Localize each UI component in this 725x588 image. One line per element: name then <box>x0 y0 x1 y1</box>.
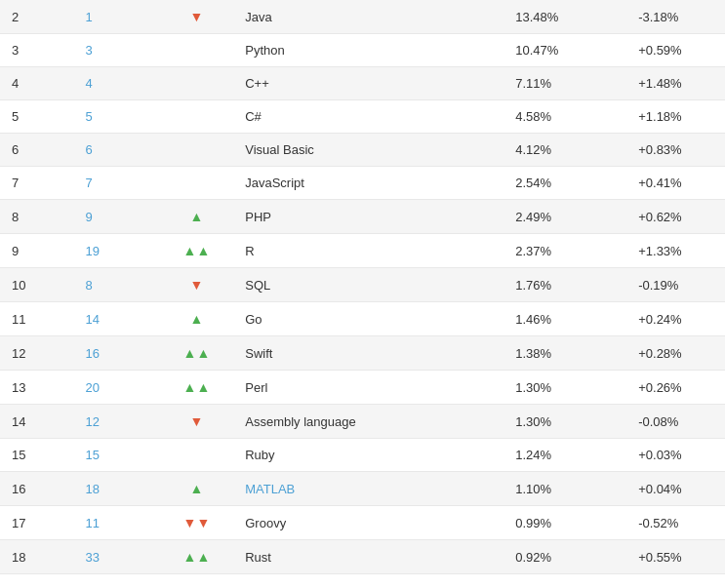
language-name: Assembly language <box>233 405 503 439</box>
table-row: 13 20 ▲▲ Perl 1.30% +0.26% <box>0 371 725 405</box>
previous-rank: 1 <box>74 0 160 34</box>
language-name: SQL <box>233 268 503 302</box>
previous-rank: 9 <box>74 200 160 234</box>
diff-value: +0.59% <box>626 34 725 67</box>
previous-rank: 6 <box>74 134 160 167</box>
language-name: PHP <box>233 200 503 234</box>
change-indicator <box>160 134 234 167</box>
previous-rank: 18 <box>74 472 160 506</box>
down-icon: ▼ <box>190 277 204 293</box>
current-rank: 3 <box>0 34 74 67</box>
diff-value: -0.19% <box>626 268 725 302</box>
rating-value: 1.46% <box>503 302 626 336</box>
change-indicator: ▲▲ <box>160 336 234 371</box>
table-row: 12 16 ▲▲ Swift 1.38% +0.28% <box>0 336 725 371</box>
diff-value: +0.55% <box>626 540 725 574</box>
table-row: 6 6 Visual Basic 4.12% +0.83% <box>0 134 725 167</box>
rating-value: 4.12% <box>503 134 626 167</box>
change-indicator: ▼▼ <box>160 506 234 540</box>
previous-rank: 8 <box>74 268 160 302</box>
diff-value: -0.08% <box>626 405 725 439</box>
rating-value: 13.48% <box>503 0 626 34</box>
previous-rank: 4 <box>74 67 160 100</box>
rating-value: 0.99% <box>503 506 626 540</box>
change-indicator: ▲▲ <box>160 540 234 574</box>
rating-value: 1.30% <box>503 371 626 405</box>
language-name: JavaScript <box>233 167 503 200</box>
previous-rank: 14 <box>74 302 160 336</box>
change-indicator: ▲ <box>160 302 234 336</box>
up-double-icon: ▲▲ <box>183 345 211 361</box>
current-rank: 18 <box>0 540 74 574</box>
up-single-icon: ▲ <box>190 481 204 496</box>
language-name: C# <box>233 100 503 134</box>
language-name: Java <box>233 0 503 34</box>
diff-value: +0.62% <box>626 200 725 234</box>
down-double-icon: ▼▼ <box>183 515 211 530</box>
current-rank: 13 <box>0 371 74 405</box>
current-rank: 11 <box>0 302 74 336</box>
table-row: 16 18 ▲ MATLAB 1.10% +0.04% <box>0 472 725 506</box>
diff-value: +1.18% <box>626 100 725 134</box>
down-icon: ▼ <box>190 9 204 24</box>
up-double-icon: ▲▲ <box>183 379 211 395</box>
table-row: 15 15 Ruby 1.24% +0.03% <box>0 439 725 472</box>
change-indicator: ▼ <box>160 405 234 439</box>
rating-value: 1.38% <box>503 336 626 371</box>
change-indicator <box>160 34 234 67</box>
rating-value: 4.58% <box>503 100 626 134</box>
change-indicator: ▲ <box>160 200 234 234</box>
table-row: 2 1 ▼ Java 13.48% -3.18% <box>0 0 725 34</box>
table-row: 18 33 ▲▲ Rust 0.92% +0.55% <box>0 540 725 574</box>
current-rank: 2 <box>0 0 74 34</box>
rating-value: 0.92% <box>503 540 626 574</box>
language-name: Visual Basic <box>233 134 503 167</box>
current-rank: 14 <box>0 405 74 439</box>
rating-value: 1.30% <box>503 405 626 439</box>
language-name: Go <box>233 302 503 336</box>
table-row: 8 9 ▲ PHP 2.49% +0.62% <box>0 200 725 234</box>
language-name: Python <box>233 34 503 67</box>
diff-value: +1.48% <box>626 67 725 100</box>
diff-value: +0.04% <box>626 472 725 506</box>
down-icon: ▼ <box>190 413 204 429</box>
table-row: 4 4 C++ 7.11% +1.48% <box>0 67 725 100</box>
table-row: 5 5 C# 4.58% +1.18% <box>0 100 725 134</box>
language-name: Groovy <box>233 506 503 540</box>
change-indicator <box>160 167 234 200</box>
diff-value: +0.41% <box>626 167 725 200</box>
rating-value: 2.37% <box>503 234 626 268</box>
change-indicator: ▼ <box>160 268 234 302</box>
diff-value: +0.03% <box>626 439 725 472</box>
current-rank: 6 <box>0 134 74 167</box>
up-double-icon: ▲▲ <box>183 549 211 565</box>
current-rank: 7 <box>0 167 74 200</box>
language-name: Perl <box>233 371 503 405</box>
previous-rank: 12 <box>74 405 160 439</box>
previous-rank: 19 <box>74 234 160 268</box>
rating-value: 1.24% <box>503 439 626 472</box>
up-single-icon: ▲ <box>190 209 204 224</box>
previous-rank: 15 <box>74 439 160 472</box>
diff-value: -3.18% <box>626 0 725 34</box>
change-indicator: ▲ <box>160 472 234 506</box>
current-rank: 8 <box>0 200 74 234</box>
change-indicator <box>160 67 234 100</box>
rankings-table: 2 1 ▼ Java 13.48% -3.18% 3 3 Python 10.4… <box>0 0 725 574</box>
language-name: C++ <box>233 67 503 100</box>
table-row: 9 19 ▲▲ R 2.37% +1.33% <box>0 234 725 268</box>
current-rank: 12 <box>0 336 74 371</box>
previous-rank: 33 <box>74 540 160 574</box>
table-row: 7 7 JavaScript 2.54% +0.41% <box>0 167 725 200</box>
current-rank: 9 <box>0 234 74 268</box>
change-indicator: ▲▲ <box>160 371 234 405</box>
current-rank: 5 <box>0 100 74 134</box>
previous-rank: 3 <box>74 34 160 67</box>
table-row: 14 12 ▼ Assembly language 1.30% -0.08% <box>0 405 725 439</box>
previous-rank: 7 <box>74 167 160 200</box>
table-row: 11 14 ▲ Go 1.46% +0.24% <box>0 302 725 336</box>
diff-value: +1.33% <box>626 234 725 268</box>
change-indicator <box>160 100 234 134</box>
table-row: 10 8 ▼ SQL 1.76% -0.19% <box>0 268 725 302</box>
current-rank: 10 <box>0 268 74 302</box>
